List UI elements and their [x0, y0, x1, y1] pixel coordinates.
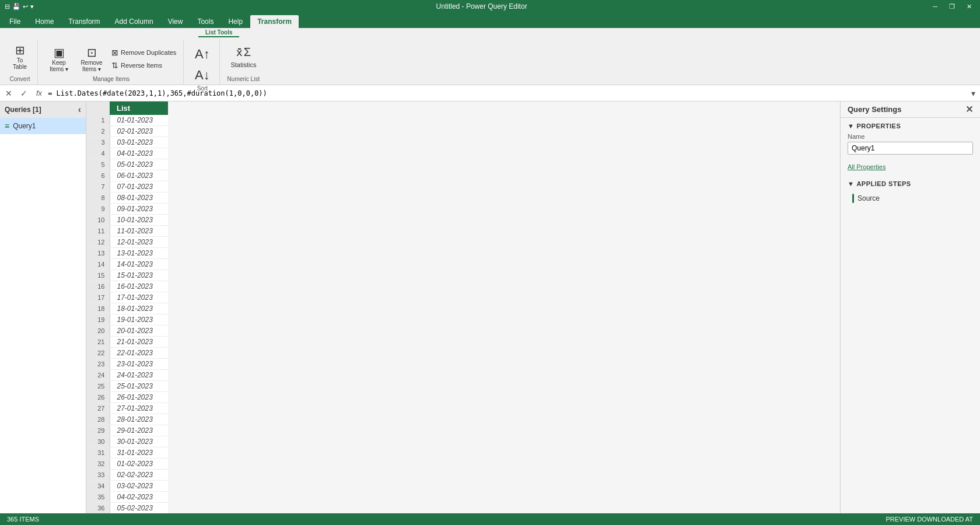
statistics-x-icon: x̄ [236, 46, 243, 59]
minimize-button[interactable]: ─ [929, 3, 941, 10]
table-row: 2424-01-2023 [86, 370, 168, 381]
table-row: 1717-01-2023 [86, 292, 168, 303]
keep-items-button[interactable]: ▣ KeepItems ▾ [44, 44, 74, 75]
reverse-items-icon: ⇅ [111, 61, 118, 70]
applied-step-source[interactable]: Source [848, 191, 973, 206]
formula-input[interactable] [48, 89, 967, 97]
list-tools-bar: List Tools [0, 28, 980, 37]
row-number: 25 [86, 381, 110, 392]
manage-items-group-content: ▣ KeepItems ▾ ⊡ RemoveItems ▾ ⊠ Remove D… [44, 40, 178, 76]
row-num-header [86, 102, 110, 115]
remove-items-icon: ⊡ [87, 47, 97, 58]
date-cell: 01-01-2023 [110, 115, 168, 126]
date-cell: 12-01-2023 [110, 237, 168, 248]
query-item-label: Query1 [13, 122, 36, 130]
reverse-items-button[interactable]: ⇅ Reverse Items [109, 60, 178, 71]
table-row: 2727-01-2023 [86, 403, 168, 414]
row-number: 33 [86, 470, 110, 481]
date-cell: 19-01-2023 [110, 314, 168, 326]
table-row: 3030-01-2023 [86, 436, 168, 447]
settings-panel-close-button[interactable]: ✕ [965, 104, 973, 115]
table-row: 303-01-2023 [86, 137, 168, 148]
date-cell: 25-01-2023 [110, 381, 168, 392]
properties-section: ▼ PROPERTIES Name All Properties [841, 118, 980, 176]
sort-asc-button[interactable]: A↑ [192, 44, 213, 64]
table-row: 505-01-2023 [86, 159, 168, 170]
tab-transform-active[interactable]: Transform [250, 15, 299, 28]
table-row: 3131-01-2023 [86, 447, 168, 459]
tab-view[interactable]: View [161, 15, 190, 28]
sort-desc-button[interactable]: A↓ [192, 65, 213, 85]
tab-help[interactable]: Help [221, 15, 250, 28]
tab-transform[interactable]: Transform [61, 15, 107, 28]
name-label: Name [848, 133, 973, 140]
remove-items-button[interactable]: ⊡ RemoveItems ▾ [76, 44, 107, 75]
date-cell: 17-01-2023 [110, 292, 168, 303]
title-bar-left: ⊟ 💾 ↩ ▾ [5, 3, 34, 10]
date-cell: 02-01-2023 [110, 126, 168, 137]
query-item-query1[interactable]: ≡ Query1 [0, 118, 86, 134]
settings-panel: Query Settings ✕ ▼ PROPERTIES Name All P… [840, 102, 980, 513]
tab-tools[interactable]: Tools [190, 15, 220, 28]
date-cell: 04-02-2023 [110, 492, 168, 503]
date-cell: 07-01-2023 [110, 181, 168, 192]
row-number: 13 [86, 248, 110, 259]
statistics-label: Statistics [230, 61, 256, 68]
date-cell: 03-01-2023 [110, 137, 168, 148]
ribbon-group-sort: A↑ A↓ Sort [185, 40, 220, 85]
row-number: 11 [86, 226, 110, 237]
table-row: 3504-02-2023 [86, 492, 168, 503]
row-number: 3 [86, 137, 110, 148]
data-table-container[interactable]: List 101-01-2023202-01-2023303-01-202340… [86, 102, 840, 513]
date-cell: 03-02-2023 [110, 481, 168, 492]
restore-button[interactable]: ❐ [946, 3, 958, 10]
row-number: 14 [86, 259, 110, 270]
numeric-list-group-label: Numeric List [226, 76, 261, 85]
date-cell: 14-01-2023 [110, 259, 168, 270]
quick-access-save[interactable]: 💾 [12, 3, 20, 10]
formula-bar: ✕ ✓ fx ▾ [0, 85, 980, 102]
quick-access-dropdown[interactable]: ▾ [30, 3, 34, 10]
window-title: Untitled - Power Query Editor [436, 2, 527, 10]
row-number: 31 [86, 447, 110, 459]
date-cell: 21-01-2023 [110, 337, 168, 348]
to-table-button[interactable]: ⊞ ToTable [7, 42, 33, 72]
table-row: 3302-02-2023 [86, 470, 168, 481]
row-number: 24 [86, 370, 110, 381]
row-number: 15 [86, 270, 110, 281]
table-row: 3605-02-2023 [86, 503, 168, 514]
ribbon-tabs: File Home Transform Add Column View Tool… [0, 13, 980, 28]
applied-steps-section-title: ▼ APPLIED STEPS [848, 180, 973, 187]
formula-dropdown-button[interactable]: ▾ [969, 89, 978, 98]
remove-duplicates-button[interactable]: ⊠ Remove Duplicates [109, 47, 178, 58]
tab-home[interactable]: Home [28, 15, 61, 28]
tab-file[interactable]: File [2, 15, 27, 28]
row-number: 28 [86, 414, 110, 425]
date-cell: 02-02-2023 [110, 470, 168, 481]
table-row: 808-01-2023 [86, 192, 168, 204]
all-properties-link[interactable]: All Properties [848, 163, 886, 170]
remove-duplicates-icon: ⊠ [111, 48, 118, 57]
tab-add-column[interactable]: Add Column [108, 15, 160, 28]
query-list-icon: ≡ [5, 121, 9, 131]
date-cell: 22-01-2023 [110, 348, 168, 359]
queries-panel-title: Queries [1] [5, 106, 41, 114]
confirm-formula-button[interactable]: ✓ [18, 87, 30, 100]
date-cell: 28-01-2023 [110, 414, 168, 425]
table-row: 606-01-2023 [86, 170, 168, 181]
queries-panel-collapse-button[interactable]: ‹ [78, 104, 81, 115]
sort-desc-icon: A↓ [195, 68, 210, 83]
date-cell: 31-01-2023 [110, 447, 168, 459]
item-count: 365 ITEMS [7, 516, 39, 523]
row-number: 30 [86, 436, 110, 447]
convert-group-label: Convert [7, 76, 33, 85]
queries-panel: Queries [1] ‹ ≡ Query1 [0, 102, 86, 513]
query-name-input[interactable] [848, 142, 973, 155]
quick-access-undo[interactable]: ↩ [23, 3, 28, 10]
row-number: 6 [86, 170, 110, 181]
cancel-formula-button[interactable]: ✕ [2, 87, 15, 100]
date-cell: 24-01-2023 [110, 370, 168, 381]
properties-chevron-icon: ▼ [848, 123, 854, 130]
close-button[interactable]: ✕ [963, 3, 975, 10]
statistics-button[interactable]: x̄ Σ Statistics [226, 42, 261, 72]
